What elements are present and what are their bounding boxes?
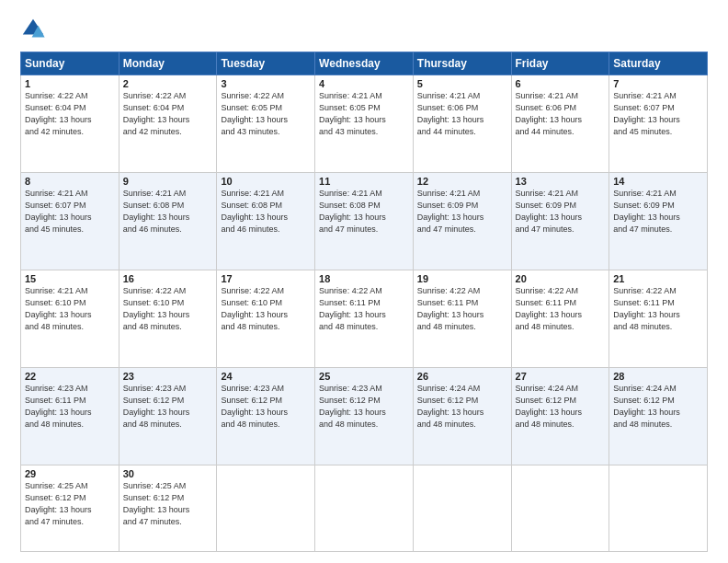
day-info: Sunrise: 4:21 AM Sunset: 6:05 PM Dayligh… (319, 90, 409, 138)
day-cell: 19Sunrise: 4:22 AM Sunset: 6:11 PM Dayli… (413, 270, 511, 368)
day-number: 26 (417, 371, 507, 382)
day-number: 22 (25, 371, 115, 382)
day-cell (609, 465, 708, 552)
col-header-friday: Friday (511, 52, 609, 75)
day-info: Sunrise: 4:21 AM Sunset: 6:09 PM Dayligh… (613, 188, 703, 236)
day-info: Sunrise: 4:21 AM Sunset: 6:10 PM Dayligh… (25, 285, 115, 333)
day-number: 3 (221, 78, 311, 89)
day-info: Sunrise: 4:23 AM Sunset: 6:12 PM Dayligh… (319, 383, 409, 431)
day-cell: 28Sunrise: 4:24 AM Sunset: 6:12 PM Dayli… (609, 368, 708, 465)
day-cell: 11Sunrise: 4:21 AM Sunset: 6:08 PM Dayli… (315, 173, 414, 270)
day-info: Sunrise: 4:22 AM Sunset: 6:11 PM Dayligh… (417, 285, 507, 333)
day-info: Sunrise: 4:21 AM Sunset: 6:08 PM Dayligh… (319, 188, 409, 236)
day-number: 7 (613, 78, 703, 89)
day-number: 19 (417, 273, 507, 284)
day-info: Sunrise: 4:23 AM Sunset: 6:11 PM Dayligh… (25, 383, 115, 431)
week-row: 15Sunrise: 4:21 AM Sunset: 6:10 PM Dayli… (21, 270, 708, 368)
day-cell: 29Sunrise: 4:25 AM Sunset: 6:12 PM Dayli… (21, 465, 119, 552)
col-header-thursday: Thursday (413, 52, 511, 75)
logo-icon (20, 17, 46, 42)
day-cell (413, 465, 511, 552)
col-header-tuesday: Tuesday (217, 52, 315, 75)
day-info: Sunrise: 4:22 AM Sunset: 6:04 PM Dayligh… (123, 90, 213, 138)
day-info: Sunrise: 4:23 AM Sunset: 6:12 PM Dayligh… (123, 383, 213, 431)
week-row: 22Sunrise: 4:23 AM Sunset: 6:11 PM Dayli… (21, 368, 708, 465)
day-number: 28 (613, 371, 703, 382)
day-number: 30 (123, 468, 213, 479)
day-cell: 18Sunrise: 4:22 AM Sunset: 6:11 PM Dayli… (315, 270, 414, 368)
day-number: 21 (613, 273, 703, 284)
day-cell: 23Sunrise: 4:23 AM Sunset: 6:12 PM Dayli… (119, 368, 217, 465)
day-number: 18 (319, 273, 409, 284)
day-info: Sunrise: 4:24 AM Sunset: 6:12 PM Dayligh… (516, 383, 606, 431)
day-number: 9 (123, 176, 213, 187)
day-info: Sunrise: 4:21 AM Sunset: 6:09 PM Dayligh… (417, 188, 507, 236)
day-cell (511, 465, 609, 552)
col-header-monday: Monday (119, 52, 217, 75)
day-info: Sunrise: 4:22 AM Sunset: 6:05 PM Dayligh… (221, 90, 311, 138)
col-header-sunday: Sunday (21, 52, 119, 75)
day-number: 25 (319, 371, 409, 382)
day-number: 5 (417, 78, 507, 89)
day-number: 29 (25, 468, 115, 479)
day-info: Sunrise: 4:22 AM Sunset: 6:11 PM Dayligh… (613, 285, 703, 333)
day-cell: 5Sunrise: 4:21 AM Sunset: 6:06 PM Daylig… (413, 75, 511, 173)
day-info: Sunrise: 4:25 AM Sunset: 6:12 PM Dayligh… (25, 480, 115, 528)
day-cell: 25Sunrise: 4:23 AM Sunset: 6:12 PM Dayli… (315, 368, 414, 465)
day-info: Sunrise: 4:21 AM Sunset: 6:08 PM Dayligh… (123, 188, 213, 236)
day-cell: 14Sunrise: 4:21 AM Sunset: 6:09 PM Dayli… (609, 173, 708, 270)
day-number: 14 (613, 176, 703, 187)
day-cell: 2Sunrise: 4:22 AM Sunset: 6:04 PM Daylig… (119, 75, 217, 173)
day-info: Sunrise: 4:24 AM Sunset: 6:12 PM Dayligh… (613, 383, 703, 431)
week-row: 29Sunrise: 4:25 AM Sunset: 6:12 PM Dayli… (21, 465, 708, 552)
day-number: 13 (516, 176, 606, 187)
day-number: 27 (516, 371, 606, 382)
day-number: 12 (417, 176, 507, 187)
day-number: 24 (221, 371, 311, 382)
day-cell: 20Sunrise: 4:22 AM Sunset: 6:11 PM Dayli… (511, 270, 609, 368)
day-cell: 17Sunrise: 4:22 AM Sunset: 6:10 PM Dayli… (217, 270, 315, 368)
week-row: 8Sunrise: 4:21 AM Sunset: 6:07 PM Daylig… (21, 173, 708, 270)
day-cell: 21Sunrise: 4:22 AM Sunset: 6:11 PM Dayli… (609, 270, 708, 368)
day-cell: 7Sunrise: 4:21 AM Sunset: 6:07 PM Daylig… (609, 75, 708, 173)
day-cell: 24Sunrise: 4:23 AM Sunset: 6:12 PM Dayli… (217, 368, 315, 465)
day-info: Sunrise: 4:21 AM Sunset: 6:08 PM Dayligh… (221, 188, 311, 236)
day-number: 17 (221, 273, 311, 284)
page: SundayMondayTuesdayWednesdayThursdayFrid… (0, 0, 728, 563)
day-info: Sunrise: 4:21 AM Sunset: 6:07 PM Dayligh… (25, 188, 115, 236)
day-number: 16 (123, 273, 213, 284)
day-cell: 15Sunrise: 4:21 AM Sunset: 6:10 PM Dayli… (21, 270, 119, 368)
calendar-table: SundayMondayTuesdayWednesdayThursdayFrid… (20, 52, 708, 552)
col-header-saturday: Saturday (609, 52, 708, 75)
day-cell: 8Sunrise: 4:21 AM Sunset: 6:07 PM Daylig… (21, 173, 119, 270)
day-info: Sunrise: 4:22 AM Sunset: 6:11 PM Dayligh… (516, 285, 606, 333)
day-number: 20 (516, 273, 606, 284)
header (20, 17, 708, 42)
day-number: 15 (25, 273, 115, 284)
col-header-wednesday: Wednesday (315, 52, 414, 75)
day-number: 1 (25, 78, 115, 89)
week-row: 1Sunrise: 4:22 AM Sunset: 6:04 PM Daylig… (21, 75, 708, 173)
day-info: Sunrise: 4:21 AM Sunset: 6:06 PM Dayligh… (516, 90, 606, 138)
day-info: Sunrise: 4:21 AM Sunset: 6:06 PM Dayligh… (417, 90, 507, 138)
day-info: Sunrise: 4:22 AM Sunset: 6:10 PM Dayligh… (123, 285, 213, 333)
day-cell: 6Sunrise: 4:21 AM Sunset: 6:06 PM Daylig… (511, 75, 609, 173)
day-cell: 22Sunrise: 4:23 AM Sunset: 6:11 PM Dayli… (21, 368, 119, 465)
day-info: Sunrise: 4:22 AM Sunset: 6:04 PM Dayligh… (25, 90, 115, 138)
day-cell: 10Sunrise: 4:21 AM Sunset: 6:08 PM Dayli… (217, 173, 315, 270)
day-info: Sunrise: 4:25 AM Sunset: 6:12 PM Dayligh… (123, 480, 213, 528)
day-cell (217, 465, 315, 552)
logo (20, 17, 48, 42)
day-info: Sunrise: 4:22 AM Sunset: 6:11 PM Dayligh… (319, 285, 409, 333)
day-info: Sunrise: 4:21 AM Sunset: 6:09 PM Dayligh… (516, 188, 606, 236)
day-info: Sunrise: 4:21 AM Sunset: 6:07 PM Dayligh… (613, 90, 703, 138)
day-cell (315, 465, 414, 552)
day-number: 23 (123, 371, 213, 382)
day-number: 8 (25, 176, 115, 187)
day-cell: 9Sunrise: 4:21 AM Sunset: 6:08 PM Daylig… (119, 173, 217, 270)
day-number: 2 (123, 78, 213, 89)
day-cell: 1Sunrise: 4:22 AM Sunset: 6:04 PM Daylig… (21, 75, 119, 173)
day-cell: 16Sunrise: 4:22 AM Sunset: 6:10 PM Dayli… (119, 270, 217, 368)
day-number: 11 (319, 176, 409, 187)
day-cell: 30Sunrise: 4:25 AM Sunset: 6:12 PM Dayli… (119, 465, 217, 552)
